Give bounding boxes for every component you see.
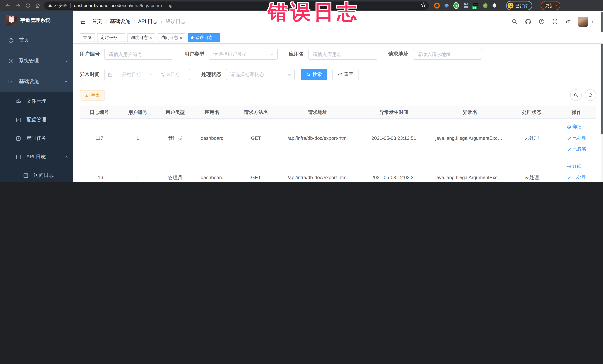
sidebar-item-api-log[interactable]: API 日志 bbox=[0, 148, 73, 166]
app-name-input[interactable] bbox=[308, 48, 377, 60]
table-header-row: 日志编号 用户编号 用户类型 应用名 请求方法名 请求地址 异常发生时间 异常名… bbox=[80, 106, 596, 118]
font-size-icon[interactable]: TT bbox=[565, 19, 570, 24]
toggle-search-button[interactable] bbox=[570, 89, 581, 101]
tag-error-log[interactable]: 错误日志× bbox=[188, 33, 220, 42]
user-menu[interactable]: ▼ bbox=[578, 16, 594, 26]
sidebar-item-system[interactable]: 系统管理 bbox=[0, 50, 73, 71]
breadcrumb-home[interactable]: 首页 bbox=[92, 18, 102, 25]
eye-icon bbox=[567, 164, 571, 169]
export-button[interactable]: 导出 bbox=[80, 90, 105, 100]
sidebar-item-infra[interactable]: 基础设施 bbox=[0, 71, 73, 92]
refresh-icon bbox=[588, 93, 593, 97]
extensions-puzzle-icon[interactable] bbox=[492, 3, 498, 8]
tag-job-log[interactable]: 调度日志× bbox=[127, 33, 155, 42]
extension-orange-ring-icon[interactable] bbox=[434, 3, 440, 8]
extension-icons: y on 已暂停 更新 bbox=[434, 1, 563, 10]
cell-user-id: 1 bbox=[119, 158, 157, 182]
request-url-input[interactable] bbox=[413, 48, 482, 60]
mark-processed-link[interactable]: 已处理 bbox=[567, 174, 586, 181]
navbar-actions: TT ▼ bbox=[512, 16, 594, 26]
url-host: dashboard.yudao.iocoder.cn bbox=[74, 3, 130, 8]
github-icon[interactable] bbox=[525, 18, 531, 25]
sidebar: 芋道管理系统 首页 系统管理 基础设施 文件管理 bbox=[0, 11, 73, 182]
user-type-select[interactable]: 请选择用户类型 bbox=[209, 48, 278, 60]
check-icon bbox=[567, 136, 571, 140]
sidebar-collapse-icon[interactable] bbox=[80, 18, 86, 25]
refresh-table-button[interactable] bbox=[584, 89, 596, 101]
mark-processed-link[interactable]: 已处理 bbox=[567, 135, 586, 141]
home-icon[interactable] bbox=[35, 3, 40, 8]
cell-log-id: 116 bbox=[80, 158, 119, 182]
sidebar-item-file[interactable]: 文件管理 bbox=[0, 92, 73, 110]
breadcrumb-infra[interactable]: 基础设施 bbox=[110, 18, 130, 25]
close-icon[interactable]: × bbox=[180, 35, 182, 40]
security-indicator[interactable]: 不安全 bbox=[48, 3, 67, 8]
scrollbar-thumb[interactable] bbox=[601, 12, 603, 134]
magnifier-icon bbox=[573, 93, 578, 97]
browser-profile-chip[interactable]: 已暂停 bbox=[506, 1, 532, 10]
date-range-picker[interactable]: 开始日期 - 结束日期 bbox=[104, 69, 190, 80]
help-icon[interactable] bbox=[539, 19, 545, 24]
browser-update-button[interactable]: 更新 bbox=[541, 1, 560, 10]
tag-access-log[interactable]: 访问日志× bbox=[158, 33, 186, 42]
cell-request-url: /api/infra/db-doc/export-html bbox=[282, 118, 354, 158]
cell-process-status: 未处理 bbox=[506, 158, 557, 182]
extension-grid-icon[interactable] bbox=[463, 3, 469, 8]
filter-request-url: 请求地址 bbox=[388, 48, 482, 60]
browser-menu-kebab-icon[interactable] bbox=[556, 3, 557, 8]
col-actions: 操作 bbox=[557, 106, 596, 118]
sidebar-item-job[interactable]: 定时任务 bbox=[0, 129, 73, 148]
search-icon[interactable] bbox=[512, 19, 518, 24]
history-icon bbox=[16, 136, 22, 141]
filter-row-1: 用户编号 用户类型 请选择用户类型 应用名 bbox=[80, 48, 596, 60]
filter-row-2: 异常时间 开始日期 - 结束日期 处理状态 请选择处理状态 bbox=[80, 69, 596, 80]
sidebar-item-home[interactable]: 首页 bbox=[0, 30, 73, 50]
col-request-url: 请求地址 bbox=[282, 106, 354, 118]
tag-home[interactable]: 首页 bbox=[80, 33, 95, 42]
tag-job[interactable]: 定时任务× bbox=[97, 33, 125, 42]
extension-plant-icon[interactable] bbox=[482, 3, 488, 8]
bookmark-star-icon[interactable] bbox=[421, 2, 426, 9]
process-status-select[interactable]: 请选择处理状态 bbox=[226, 69, 295, 80]
reset-button[interactable]: 重置 bbox=[332, 69, 359, 80]
detail-link[interactable]: 详细 bbox=[567, 163, 582, 169]
reload-icon[interactable] bbox=[25, 3, 30, 8]
cell-app-name: dashboard bbox=[194, 158, 231, 182]
app-logo-image bbox=[6, 15, 17, 26]
address-bar[interactable]: 不安全 dashboard.yudao.iocoder.cn/infra/log… bbox=[44, 1, 429, 10]
forward-icon[interactable] bbox=[15, 3, 21, 8]
app-logo-row[interactable]: 芋道管理系统 bbox=[0, 11, 73, 30]
fullscreen-icon[interactable] bbox=[552, 19, 558, 24]
omnibox-divider bbox=[70, 3, 71, 8]
filter-process-status: 处理状态 请选择处理状态 bbox=[201, 69, 295, 80]
main-area: 首页 / 基础设施 / API 日志 / 错误日志 TT ▼ bbox=[73, 11, 603, 182]
extension-y-icon[interactable]: y bbox=[453, 3, 459, 8]
sidebar-item-config[interactable]: 配置管理 bbox=[0, 110, 73, 129]
user-id-input[interactable] bbox=[104, 48, 173, 60]
mark-ignored-link[interactable]: 已忽略 bbox=[567, 146, 586, 153]
breadcrumb-api-log[interactable]: API 日志 bbox=[138, 18, 158, 25]
back-icon[interactable] bbox=[5, 3, 11, 8]
cell-user-type: 管理员 bbox=[157, 118, 194, 158]
gear-icon bbox=[8, 58, 14, 64]
cell-exception-time: 2021-05-03 12:02:31 bbox=[354, 158, 434, 182]
security-label: 不安全 bbox=[54, 3, 67, 8]
extension-onetab-icon[interactable]: on bbox=[473, 3, 478, 8]
col-user-id: 用户编号 bbox=[119, 106, 157, 118]
close-icon[interactable]: × bbox=[150, 35, 152, 40]
detail-link[interactable]: 详细 bbox=[567, 124, 582, 130]
chevron-down-icon bbox=[287, 72, 291, 77]
edit-square-icon bbox=[16, 154, 22, 160]
browser-nav bbox=[0, 3, 44, 8]
filter-app-name: 应用名 bbox=[289, 48, 377, 60]
active-dot bbox=[191, 36, 194, 39]
sidebar-item-access-log[interactable]: 访问日志 bbox=[0, 166, 73, 182]
close-icon[interactable]: × bbox=[214, 35, 217, 40]
extension-gem-icon[interactable] bbox=[444, 3, 449, 8]
close-icon[interactable]: × bbox=[119, 35, 122, 40]
chevron-up-icon bbox=[64, 155, 68, 159]
eye-icon bbox=[567, 125, 571, 129]
search-button[interactable]: 搜索 bbox=[301, 69, 327, 80]
table-toolbar: 导出 bbox=[80, 89, 596, 101]
profile-emoji-icon bbox=[508, 3, 513, 9]
